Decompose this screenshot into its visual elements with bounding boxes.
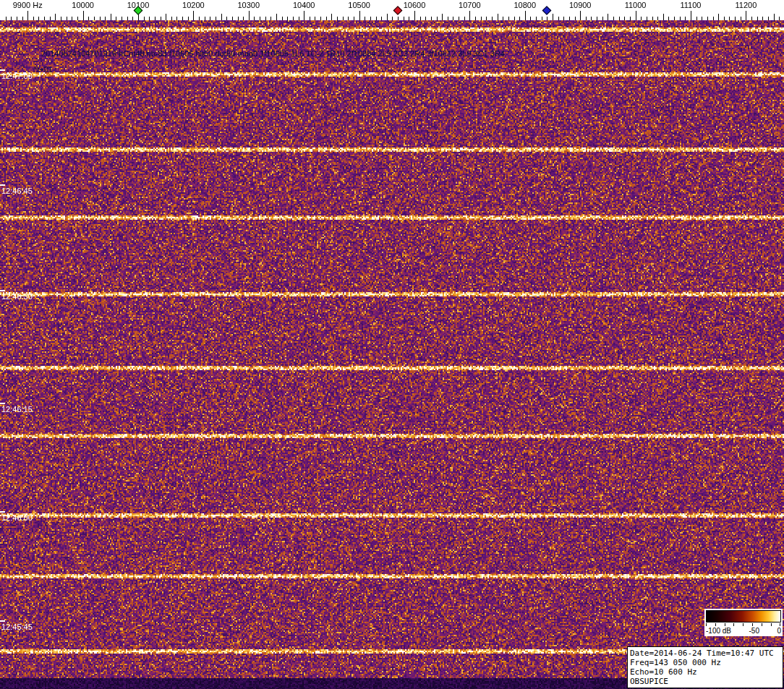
time-tick	[0, 403, 5, 404]
colorbar-min-label: -100 dB	[706, 627, 731, 635]
frequency-ruler-ticks	[0, 0, 784, 20]
time-tick	[0, 184, 5, 186]
freq-tick-label: 10400	[293, 1, 315, 9]
colorbar-legend: -100 dB -50 0	[704, 609, 783, 636]
time-tick-label: 12:46:00	[1, 513, 33, 522]
info-date-time: Date=2014-06-24 Time=10:47 UTC	[630, 649, 780, 658]
observation-info-box: Date=2014-06-24 Time=10:47 UTC Freq=143 …	[627, 646, 783, 688]
colorbar-gradient	[706, 610, 781, 622]
time-tick-label: 12:46:15	[1, 405, 33, 414]
detection-info-text: 20140624104701916 hCnt48 nb-83 f10606 hi…	[41, 49, 505, 58]
colorbar-mid-label: -50	[749, 627, 759, 635]
freq-tick-label: 10600	[404, 1, 426, 9]
time-tick	[0, 69, 5, 71]
freq-tick-label: 10800	[514, 1, 537, 9]
time-tick-label: 12:45:45	[1, 622, 33, 631]
info-echo-frequency: Echo=10 600 Hz	[630, 667, 780, 677]
time-tick-label: 12:46:45	[1, 187, 33, 195]
freq-tick-label: 11200	[736, 1, 757, 9]
freq-tick-label: 10200	[182, 1, 205, 9]
info-station: OBSUPICE	[630, 677, 780, 686]
colorbar-max-label: 0	[777, 627, 781, 635]
time-tick	[0, 620, 5, 622]
freq-tick-label: 10700	[459, 1, 481, 9]
freq-tick-label: 11100	[681, 1, 702, 9]
freq-tick-label: 9900 Hz	[13, 1, 43, 9]
info-frequency: Freq=143 050 000 Hz	[630, 658, 780, 667]
colorbar-ticks	[706, 623, 781, 626]
freq-tick-label: 11000	[625, 1, 647, 9]
spectrogram-area[interactable]: 20140624104701916 hCnt48 nb-83 f10606 hi…	[0, 20, 784, 689]
freq-tick-label: 10000	[72, 1, 94, 9]
spectrogram-app: 9900 Hz100001010010200103001040010500106…	[0, 0, 784, 689]
frequency-ruler[interactable]: 9900 Hz100001010010200103001040010500106…	[0, 0, 784, 20]
time-tick-label: 12:46:30	[1, 292, 33, 301]
freq-tick-label: 10900	[569, 1, 592, 9]
spectrogram-canvas[interactable]	[0, 20, 784, 689]
time-tick-label: 12:47:00	[1, 72, 33, 80]
colorbar-labels: -100 dB -50 0	[706, 627, 781, 635]
time-tick	[0, 290, 5, 291]
time-offset-label: ^t+01	[33, 65, 53, 74]
freq-tick-label: 10300	[238, 1, 260, 9]
freq-tick-label: 10500	[348, 1, 370, 9]
time-tick	[0, 511, 5, 513]
